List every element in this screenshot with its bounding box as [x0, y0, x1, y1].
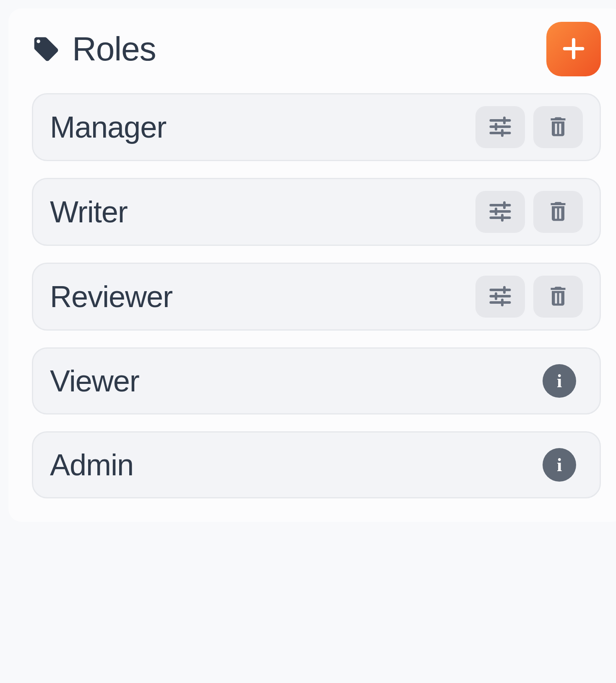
delete-role-button[interactable] [533, 106, 583, 148]
role-name: Viewer [50, 364, 139, 398]
trash-icon [546, 284, 571, 310]
role-item-admin: Admin i [32, 431, 601, 498]
role-name: Writer [50, 195, 128, 229]
role-actions [475, 276, 583, 318]
delete-role-button[interactable] [533, 191, 583, 233]
info-icon[interactable]: i [543, 364, 576, 398]
role-item-reviewer: Reviewer [32, 263, 601, 331]
panel-title: Roles [72, 30, 156, 68]
plus-icon [560, 35, 587, 63]
role-item-writer: Writer [32, 178, 601, 246]
trash-icon [546, 114, 571, 141]
role-name: Admin [50, 448, 133, 482]
roles-panel: Roles Manager [8, 8, 616, 522]
edit-role-button[interactable] [475, 106, 525, 148]
add-role-button[interactable] [546, 22, 601, 76]
trash-icon [546, 199, 571, 225]
role-actions: i [543, 448, 583, 482]
role-name: Reviewer [50, 279, 172, 314]
info-glyph: i [557, 454, 562, 476]
edit-role-button[interactable] [475, 276, 525, 318]
sliders-icon [488, 114, 513, 141]
role-item-manager: Manager [32, 93, 601, 161]
sliders-icon [488, 284, 513, 310]
info-glyph: i [557, 370, 562, 392]
role-item-viewer: Viewer i [32, 347, 601, 414]
edit-role-button[interactable] [475, 191, 525, 233]
panel-header: Roles [29, 22, 604, 76]
role-actions: i [543, 364, 583, 398]
panel-title-group: Roles [32, 30, 156, 68]
tag-icon [32, 35, 60, 63]
role-actions [475, 106, 583, 148]
role-actions [475, 191, 583, 233]
delete-role-button[interactable] [533, 276, 583, 318]
roles-list: Manager [29, 93, 604, 498]
sliders-icon [488, 199, 513, 225]
info-icon[interactable]: i [543, 448, 576, 482]
role-name: Manager [50, 110, 166, 144]
